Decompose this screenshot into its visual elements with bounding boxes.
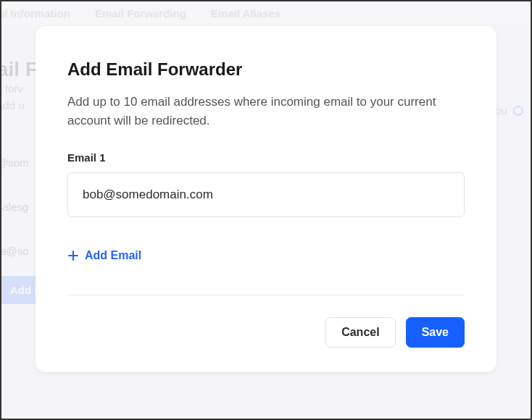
add-email-label: Add Email	[85, 249, 141, 262]
email-1-input[interactable]	[67, 172, 465, 217]
modal-actions: Cancel Save	[67, 317, 465, 348]
save-button[interactable]: Save	[406, 317, 465, 348]
email-1-label: Email 1	[67, 151, 465, 164]
divider	[67, 295, 465, 295]
add-email-forwarder-modal: Add Email Forwarder Add up to 10 email a…	[36, 26, 496, 372]
modal-overlay: Add Email Forwarder Add up to 10 email a…	[1, 1, 531, 419]
modal-title: Add Email Forwarder	[67, 59, 465, 80]
modal-description: Add up to 10 email addresses where incom…	[67, 93, 444, 131]
add-email-button[interactable]: Add Email	[67, 249, 141, 262]
plus-icon	[67, 250, 79, 261]
cancel-button[interactable]: Cancel	[325, 317, 395, 348]
